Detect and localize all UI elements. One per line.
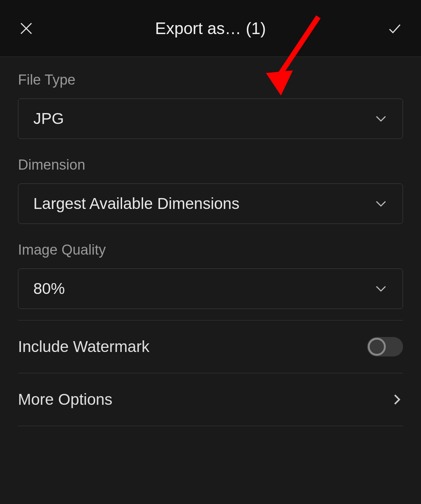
chevron-down-icon: [374, 112, 388, 125]
image-quality-value: 80%: [33, 280, 65, 298]
dimension-label: Dimension: [18, 157, 403, 173]
close-icon: [19, 21, 34, 36]
chevron-down-icon: [374, 197, 388, 210]
toggle-knob: [368, 338, 386, 356]
close-button[interactable]: [17, 19, 36, 38]
include-watermark-toggle[interactable]: [367, 337, 403, 356]
dimension-select[interactable]: Largest Available Dimensions: [18, 183, 403, 224]
file-type-label: File Type: [18, 72, 403, 88]
chevron-down-icon: [374, 282, 388, 295]
more-options-label: More Options: [18, 391, 112, 409]
more-options-row[interactable]: More Options: [18, 373, 403, 426]
file-type-value: JPG: [33, 110, 64, 128]
dimension-value: Largest Available Dimensions: [33, 195, 239, 213]
image-quality-select[interactable]: 80%: [18, 268, 403, 309]
checkmark-icon: [387, 21, 402, 36]
dialog-header: Export as… (1): [0, 0, 421, 57]
page-title: Export as… (1): [36, 19, 385, 38]
include-watermark-row[interactable]: Include Watermark: [18, 321, 403, 373]
chevron-right-icon: [391, 394, 403, 406]
file-type-select[interactable]: JPG: [18, 98, 403, 139]
image-quality-label: Image Quality: [18, 242, 403, 258]
include-watermark-label: Include Watermark: [18, 338, 149, 356]
confirm-button[interactable]: [385, 19, 404, 38]
divider: [18, 426, 403, 426]
export-settings-content: File Type JPG Dimension Largest Availabl…: [0, 57, 421, 426]
